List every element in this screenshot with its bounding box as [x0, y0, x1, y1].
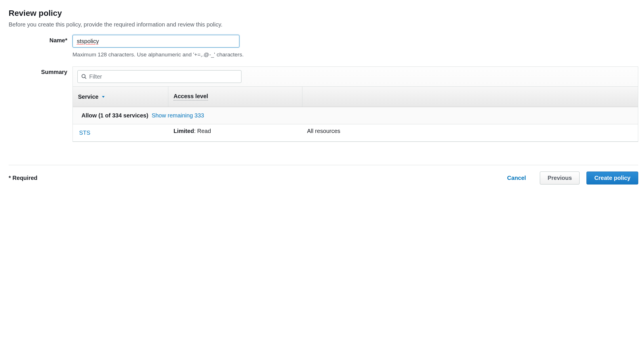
- service-link-sts[interactable]: STS: [73, 124, 168, 141]
- name-label: Name*: [9, 35, 73, 44]
- column-access-label: Access level: [174, 93, 208, 100]
- previous-button[interactable]: Previous: [540, 172, 580, 184]
- column-service[interactable]: Service: [73, 87, 168, 107]
- column-service-label: Service: [78, 94, 98, 100]
- summary-row: Summary Service Access le: [9, 66, 638, 142]
- summary-panel: Service Access level Allow (1 of 334 ser…: [73, 66, 638, 142]
- filter-area: [73, 67, 638, 86]
- name-hint: Maximum 128 characters. Use alphanumeric…: [73, 52, 638, 58]
- table-header: Service Access level: [73, 86, 638, 107]
- show-remaining-link[interactable]: Show remaining 333: [152, 112, 204, 119]
- summary-label: Summary: [9, 66, 73, 75]
- access-suffix: : Read: [194, 128, 211, 134]
- footer-row: * Required Cancel Previous Create policy: [9, 165, 638, 184]
- filter-box[interactable]: [77, 70, 241, 83]
- allow-group-row: Allow (1 of 334 services) Show remaining…: [73, 107, 638, 124]
- filter-input[interactable]: [89, 73, 238, 80]
- svg-line-1: [85, 77, 86, 79]
- page-title: Review policy: [9, 9, 638, 18]
- resource-cell: All resources: [302, 124, 638, 141]
- create-policy-button[interactable]: Create policy: [586, 172, 638, 184]
- svg-marker-2: [102, 96, 105, 98]
- search-icon: [81, 74, 87, 79]
- access-limited: Limited: [174, 128, 194, 134]
- svg-point-0: [82, 75, 85, 78]
- page-subtitle: Before you create this policy, provide t…: [9, 21, 638, 28]
- column-access-level[interactable]: Access level: [168, 87, 302, 107]
- column-resource: [302, 87, 638, 107]
- allow-count: Allow (1 of 334 services): [81, 112, 148, 119]
- required-note: * Required: [9, 175, 502, 181]
- table-row: STS Limited: Read All resources: [73, 124, 638, 142]
- cancel-button[interactable]: Cancel: [502, 172, 531, 184]
- name-row: Name* Maximum 128 characters. Use alphan…: [9, 35, 638, 58]
- name-input[interactable]: [73, 35, 239, 47]
- access-level-cell: Limited: Read: [168, 124, 302, 141]
- sort-caret-icon: [101, 95, 105, 99]
